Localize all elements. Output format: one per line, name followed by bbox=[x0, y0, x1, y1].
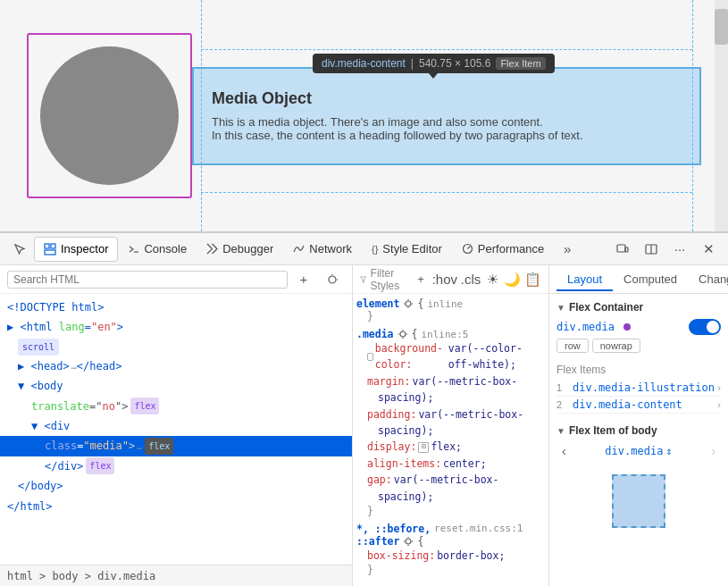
tooltip-dims: 540.75 × 105.6 bbox=[419, 57, 490, 70]
flex-items-list: 1 div.media-illustration › 2 div.media-c… bbox=[556, 380, 721, 414]
svg-rect-1 bbox=[51, 244, 55, 248]
more-options-icon[interactable]: ··· bbox=[667, 237, 692, 262]
pseudo-classes-icon[interactable]: :hov bbox=[432, 267, 457, 292]
cursor-icon[interactable] bbox=[7, 237, 32, 262]
tab-debugger[interactable]: Debugger bbox=[197, 237, 282, 262]
devtools-body: + <!DOCTYPE html> ▶ <html lang="en"> scr… bbox=[0, 265, 728, 586]
pick-node-icon[interactable] bbox=[320, 267, 345, 292]
tab-style-editor-label: Style Editor bbox=[382, 242, 441, 255]
tab-style-editor[interactable]: {} Style Editor bbox=[363, 237, 451, 262]
gear-icon-2[interactable] bbox=[397, 329, 408, 339]
flex-item-num-2: 2 bbox=[556, 399, 573, 410]
tab-inspector[interactable]: Inspector bbox=[34, 237, 118, 262]
svg-point-15 bbox=[406, 539, 411, 544]
tooltip-class: div.media-content bbox=[322, 57, 406, 70]
dark-mode-icon[interactable]: 🌙 bbox=[504, 267, 521, 292]
flex-container-header[interactable]: ▼ Flex Container bbox=[556, 301, 721, 314]
scroll-thumb[interactable] bbox=[715, 9, 728, 45]
media-circle-image bbox=[40, 46, 179, 185]
tree-html-close[interactable]: </html> bbox=[0, 497, 352, 516]
style-rule-element: element { inline } bbox=[356, 297, 545, 322]
html-tree: <!DOCTYPE html> ▶ <html lang="en"> scrol… bbox=[0, 294, 352, 565]
tree-body-attrs[interactable]: translate="no"> flex bbox=[0, 397, 352, 416]
flex-item-2[interactable]: 2 div.media-content › bbox=[556, 397, 721, 414]
flex-item-link-1: div.media-illustration bbox=[573, 381, 717, 394]
nav-prev-button[interactable]: ‹ bbox=[556, 442, 572, 460]
tab-layout[interactable]: Layout bbox=[556, 269, 613, 291]
tree-body-close[interactable]: </body> bbox=[0, 476, 352, 496]
flex-item-num-1: 1 bbox=[556, 382, 573, 393]
tree-doctype[interactable]: <!DOCTYPE html> bbox=[0, 297, 352, 317]
add-rule-icon[interactable]: + bbox=[413, 267, 429, 292]
section-arrow-down-2: ▼ bbox=[556, 426, 565, 436]
responsive-design-icon[interactable] bbox=[610, 237, 635, 262]
classes-icon[interactable]: .cls bbox=[461, 267, 481, 292]
light-mode-icon[interactable]: ☀ bbox=[484, 267, 500, 292]
add-node-icon[interactable]: + bbox=[291, 267, 316, 292]
tab-performance-label: Performance bbox=[478, 242, 544, 255]
tab-computed[interactable]: Computed bbox=[613, 269, 688, 291]
flex-item-viz bbox=[556, 465, 721, 537]
flex-item-of-body-section: ▼ Flex Item of body ‹ div.media ⇕ › bbox=[556, 424, 721, 537]
flex-item-1[interactable]: 1 div.media-illustration › bbox=[556, 380, 721, 397]
tab-performance[interactable]: Performance bbox=[453, 237, 553, 262]
toolbar: Inspector Console Debugger Network {} St… bbox=[0, 233, 728, 265]
breadcrumb-text: html > body > div.media bbox=[7, 570, 155, 582]
more-tabs-icon[interactable]: » bbox=[555, 237, 580, 262]
flex-container-title: Flex Container bbox=[569, 301, 643, 314]
nav-next-button: › bbox=[706, 442, 721, 460]
style-rule-media: .media { inline:5 background-color: var(… bbox=[356, 328, 545, 517]
scroll-track[interactable] bbox=[715, 0, 728, 231]
filter-icon bbox=[360, 274, 367, 285]
tab-changes[interactable]: Changes bbox=[688, 269, 728, 291]
media-illustration-box bbox=[27, 33, 192, 198]
sort-icon: ⇕ bbox=[665, 445, 672, 457]
devtools-panel: Inspector Console Debugger Network {} St… bbox=[0, 232, 728, 586]
svg-rect-5 bbox=[617, 245, 625, 252]
svg-point-13 bbox=[406, 301, 411, 306]
tree-scroll-badge[interactable]: scroll bbox=[0, 338, 352, 356]
inner-rect bbox=[612, 474, 665, 528]
screenshot-icon[interactable]: 📋 bbox=[524, 267, 541, 292]
preview-area: div.media-content | 540.75 × 105.6 Flex … bbox=[0, 0, 728, 232]
tree-body[interactable]: ▼ <body bbox=[0, 376, 352, 396]
svg-point-9 bbox=[329, 276, 336, 283]
tree-div-close[interactable]: </div> flex bbox=[0, 456, 352, 476]
split-view-icon[interactable] bbox=[639, 237, 664, 262]
gear-icon[interactable] bbox=[403, 298, 414, 309]
color-swatch-white[interactable] bbox=[367, 353, 373, 361]
toolbar-right: ··· ✕ bbox=[610, 237, 721, 262]
badge-row[interactable]: row bbox=[556, 339, 589, 353]
tab-debugger-label: Debugger bbox=[222, 242, 273, 255]
tooltip-badge: Flex Item bbox=[496, 57, 545, 70]
flex-dot-indicator bbox=[623, 323, 631, 331]
badge-nowrap[interactable]: nowrap bbox=[592, 339, 640, 353]
preview-content: Media Object This is a media object. The… bbox=[0, 0, 728, 231]
flex-toggle[interactable] bbox=[689, 319, 721, 335]
tab-network[interactable]: Network bbox=[284, 237, 361, 262]
element-tooltip: div.media-content | 540.75 × 105.6 Flex … bbox=[313, 54, 555, 73]
html-inspector-panel: + <!DOCTYPE html> ▶ <html lang="en"> scr… bbox=[0, 265, 353, 586]
search-input[interactable] bbox=[7, 271, 288, 289]
search-bar: + bbox=[0, 265, 352, 294]
close-icon[interactable]: ✕ bbox=[696, 237, 721, 262]
tab-console-label: Console bbox=[144, 242, 187, 255]
flex-item-link-2: div.media-content bbox=[573, 398, 717, 411]
flex-div-label: div.media bbox=[556, 321, 683, 333]
media-content-box: Media Object This is a media object. The… bbox=[192, 67, 701, 165]
svg-rect-2 bbox=[45, 250, 55, 255]
tree-div[interactable]: ▼ <div bbox=[0, 416, 352, 436]
gear-icon-3[interactable] bbox=[403, 536, 414, 547]
flex-badges: row nowrap bbox=[556, 339, 721, 353]
tree-html[interactable]: ▶ <html lang="en"> bbox=[0, 317, 352, 337]
nav-div-label: div.media ⇕ bbox=[605, 445, 672, 457]
tab-console[interactable]: Console bbox=[120, 237, 196, 262]
tab-inspector-label: Inspector bbox=[61, 242, 108, 255]
display-flex-icon[interactable]: ⊡ bbox=[418, 442, 429, 453]
tree-div-class[interactable]: class="media"> … flex bbox=[0, 436, 352, 456]
svg-rect-6 bbox=[625, 247, 628, 252]
section-arrow-down: ▼ bbox=[556, 303, 565, 313]
tree-head[interactable]: ▶ <head> … </head> bbox=[0, 356, 352, 376]
svg-marker-12 bbox=[361, 276, 366, 281]
flex-item-of-body-header[interactable]: ▼ Flex Item of body bbox=[556, 424, 721, 437]
